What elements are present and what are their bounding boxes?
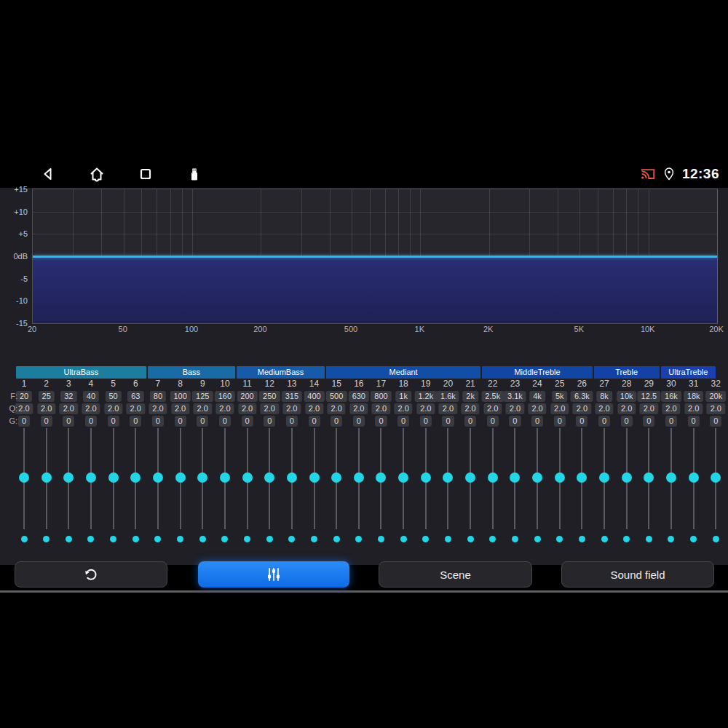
band-q-value: 2.0: [439, 403, 457, 414]
band-frequency-value: 4k: [529, 391, 545, 402]
band-group-header: UltraTreble: [661, 366, 716, 379]
band-slider-thumb[interactable]: [41, 472, 52, 483]
band-indicator-dot: [512, 536, 518, 542]
band-gain-value: 0: [85, 416, 97, 427]
band-q-value: 2.0: [171, 403, 189, 414]
band-slider-thumb[interactable]: [577, 472, 587, 483]
band-q-value: 2.0: [550, 403, 569, 414]
band-slider-thumb[interactable]: [220, 472, 230, 483]
band-slider-thumb[interactable]: [309, 472, 320, 483]
band-slider-thumb[interactable]: [86, 472, 96, 483]
band-indicator-dot: [378, 536, 384, 542]
band-q-value: 2.0: [506, 403, 524, 414]
band-slider-thumb[interactable]: [264, 472, 274, 483]
band-slider-thumb[interactable]: [175, 472, 186, 483]
band-slider-thumb[interactable]: [242, 472, 253, 483]
band-number: 23: [510, 379, 520, 389]
band-slider-thumb[interactable]: [510, 472, 520, 483]
db-axis-label: +10: [0, 207, 28, 216]
band-frequency-value: 2k: [462, 391, 478, 402]
band-slider-thumb[interactable]: [488, 472, 498, 483]
eq-curve-fill: [33, 256, 717, 323]
freq-axis-label: 1K: [415, 325, 424, 333]
band-frequency-value: 1.2k: [414, 391, 437, 402]
band-q-value: 2.0: [60, 403, 78, 414]
usb-drive-icon[interactable]: [186, 165, 203, 183]
band-indicator-dot: [422, 536, 429, 542]
band-number: 22: [488, 379, 497, 389]
band-indicator-dot: [690, 536, 697, 542]
reset-icon: [82, 566, 100, 583]
band-slider-thumb[interactable]: [711, 472, 721, 483]
band-number: 13: [287, 379, 296, 389]
band-slider-thumb[interactable]: [354, 472, 364, 483]
band-slider-thumb[interactable]: [555, 472, 565, 483]
band-q-value: 2.0: [617, 403, 636, 414]
band-q-value: 2.0: [261, 403, 279, 414]
band-indicator-dot: [311, 536, 317, 542]
freq-axis-label: 10K: [641, 325, 655, 333]
band-gain-value: 0: [509, 416, 521, 427]
band-slider-thumb[interactable]: [153, 472, 163, 483]
band-gain-value: 0: [152, 416, 164, 427]
band-frequency-value: 6.3k: [571, 391, 593, 402]
band-indicator-dot: [445, 536, 451, 542]
band-slider-thumb[interactable]: [331, 472, 341, 483]
db-axis-label: -15: [0, 319, 28, 328]
band-gain-value: 0: [487, 416, 499, 427]
band-gain-value: 0: [308, 416, 320, 427]
band-indicator-dot: [66, 536, 72, 542]
band-indicator-dot: [199, 536, 206, 542]
band-slider-thumb[interactable]: [63, 472, 74, 483]
band-slider-thumb[interactable]: [421, 472, 431, 483]
band-slider-thumb[interactable]: [666, 472, 676, 483]
band-slider-thumb[interactable]: [398, 472, 408, 483]
reset-button[interactable]: [15, 561, 167, 587]
home-icon[interactable]: [88, 165, 106, 183]
band-number: 31: [689, 379, 698, 389]
band-slider-thumb[interactable]: [532, 472, 542, 483]
eq-frequency-response-chart: [32, 189, 718, 324]
band-gain-value: 0: [598, 416, 610, 427]
band-frequency-value: 250: [259, 391, 280, 402]
band-q-value: 2.0: [394, 403, 412, 414]
sound-field-button-label: Sound field: [610, 569, 665, 581]
recents-icon[interactable]: [137, 165, 154, 183]
band-indicator-dot: [87, 536, 94, 542]
band-slider-thumb[interactable]: [376, 472, 386, 483]
band-q-value: 2.0: [282, 403, 301, 414]
band-gain-value: 0: [130, 416, 141, 427]
band-number: 27: [599, 379, 609, 389]
band-number: 2: [44, 379, 49, 389]
back-icon[interactable]: [39, 165, 57, 183]
band-indicator-dot: [288, 536, 295, 542]
band-number: 14: [309, 379, 319, 389]
band-frequency-value: 1k: [395, 391, 411, 402]
band-slider-thumb[interactable]: [644, 472, 654, 483]
band-gain-value: 0: [397, 416, 409, 427]
band-q-value: 2.0: [149, 403, 167, 414]
sound-field-button[interactable]: Sound field: [561, 561, 714, 587]
band-indicator-dot: [244, 536, 250, 542]
band-number: 11: [242, 379, 251, 389]
band-slider-thumb[interactable]: [465, 472, 475, 483]
band-slider-thumb[interactable]: [108, 472, 119, 483]
band-slider-thumb[interactable]: [599, 472, 609, 483]
band-indicator-dot: [467, 536, 474, 542]
band-q-value: 2.0: [215, 403, 234, 414]
band-slider-thumb[interactable]: [622, 472, 632, 483]
band-slider-thumb[interactable]: [19, 472, 29, 483]
band-slider-thumb[interactable]: [287, 472, 297, 483]
band-slider-thumb[interactable]: [197, 472, 207, 483]
band-slider-thumb[interactable]: [443, 472, 453, 483]
band-slider-thumb[interactable]: [130, 472, 141, 483]
equalizer-button[interactable]: [198, 561, 349, 587]
db-axis-label: +15: [0, 185, 28, 194]
band-indicator-dot: [355, 536, 362, 542]
band-gain-value: 0: [554, 416, 566, 427]
band-indicator-dot: [601, 536, 608, 542]
band-frequency-value: 630: [349, 391, 369, 402]
band-q-value: 2.0: [305, 403, 323, 414]
band-slider-thumb[interactable]: [689, 472, 699, 483]
scene-button[interactable]: Scene: [379, 561, 532, 587]
